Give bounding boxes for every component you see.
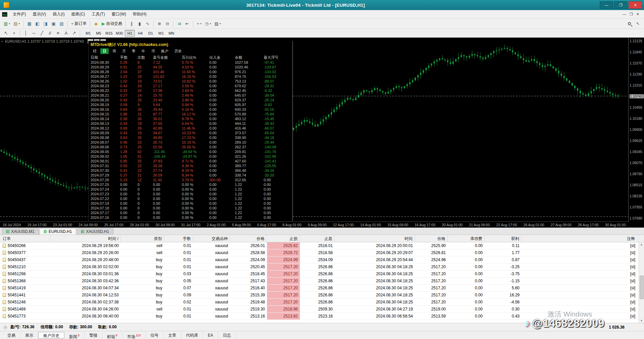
- stats-tab-6[interactable]: 币: [149, 48, 157, 54]
- table-row[interactable]: 504504372024.08.29 20:48:00buy0.01xauusd…: [0, 256, 639, 263]
- chart-area[interactable]: ▾ EURUSD,H1 1.10737 1.10719 1.10719 1.10…: [0, 38, 644, 228]
- stats-tab-0[interactable]: 经: [91, 48, 99, 54]
- table-row[interactable]: 504512482024.08.30 02:37:38buy0.02xauusd…: [0, 299, 639, 306]
- bar-chart-mode-button[interactable]: ∥: [127, 20, 136, 28]
- timeframe-w1-button[interactable]: W1: [156, 30, 166, 37]
- chart-restore-button[interactable]: ❐: [630, 12, 633, 16]
- terminal-column-3[interactable]: 手数: [164, 235, 193, 242]
- candle-mode-button[interactable]: ▮: [136, 20, 144, 28]
- timeframe-d1-button[interactable]: D1: [146, 30, 156, 37]
- chart-close-button[interactable]: ✕: [636, 12, 639, 16]
- stats-tab-5[interactable]: 年: [139, 48, 148, 54]
- chart-tab-2[interactable]: XAUUSD,H1: [77, 228, 113, 235]
- terminal-tab-1[interactable]: 展示: [20, 332, 38, 339]
- menu-item-6[interactable]: 帮助(H): [129, 10, 150, 18]
- terminal-column-2[interactable]: 类型: [121, 235, 164, 242]
- terminal-tab-4[interactable]: 警报: [85, 332, 102, 339]
- arrows-button[interactable]: ↗: [70, 29, 78, 37]
- stats-tab-1[interactable]: 日: [100, 48, 109, 54]
- stats-tab-4[interactable]: 季: [129, 48, 138, 54]
- maximize-button[interactable]: ❐: [614, 1, 628, 9]
- menu-item-3[interactable]: 图表(C): [68, 10, 89, 18]
- terminal-column-10[interactable]: 库存费: [448, 235, 485, 242]
- profiles-button[interactable]: ▤▾: [12, 20, 21, 28]
- timeframe-m5-button[interactable]: M5: [94, 30, 104, 37]
- terminal-tab-7[interactable]: 信号: [146, 332, 163, 339]
- terminal-column-8[interactable]: 时间: [335, 235, 415, 242]
- new-chart-button[interactable]: ▥▾: [2, 20, 12, 28]
- menu-item-1[interactable]: 显示(V): [29, 10, 49, 18]
- menu-item-2[interactable]: 插入(I): [49, 10, 68, 18]
- new-order-button[interactable]: +新订单: [69, 20, 89, 28]
- table-row[interactable]: 504517732024.08.30 06:40:00buy0.01xauusd…: [0, 313, 639, 320]
- terminal-tab-0[interactable]: 交易: [3, 332, 20, 339]
- terminal-column-6[interactable]: 止损: [267, 235, 300, 242]
- search-button[interactable]: [626, 20, 634, 28]
- vertical-line-button[interactable]: │: [22, 29, 30, 37]
- stats-tab-7[interactable]: 账户: [159, 48, 171, 54]
- terminal-scrollbar[interactable]: ▲ ▼: [639, 242, 644, 323]
- chart-menu-icon[interactable]: ▾: [1, 40, 3, 43]
- terminal-tab-6[interactable]: 市场113: [122, 332, 146, 339]
- stats-tab-2[interactable]: 周: [110, 48, 118, 54]
- timeframe-m30-button[interactable]: M30: [114, 30, 124, 37]
- text-button[interactable]: A: [62, 29, 70, 37]
- menu-item-0[interactable]: 文件(F): [9, 10, 29, 18]
- terminal-column-9[interactable]: 价格: [415, 235, 448, 242]
- chart-minimize-button[interactable]: —: [623, 12, 626, 16]
- scrollbar-thumb[interactable]: [640, 276, 644, 299]
- terminal-tab-9[interactable]: 代码库: [181, 332, 203, 339]
- timeframe-h1-button[interactable]: H1: [125, 30, 135, 37]
- terminal-tab-11[interactable]: 日志: [218, 332, 236, 339]
- menu-item-5[interactable]: 窗口(W): [108, 10, 129, 18]
- table-row[interactable]: 504502662024.08.29 19:56:00sell0.01xauus…: [0, 242, 639, 249]
- terminal-tab-2[interactable]: 账户历史: [38, 332, 64, 339]
- chart-system-icon[interactable]: [2, 12, 7, 17]
- pointer-button[interactable]: ↖: [634, 20, 642, 28]
- table-row[interactable]: 504512102024.08.30 02:02:00buy0.01xauusd…: [0, 263, 639, 271]
- cursor-button[interactable]: ↖: [2, 29, 10, 37]
- stats-tab-8[interactable]: 历史: [172, 48, 184, 54]
- terminal-column-7[interactable]: 止盈: [300, 235, 335, 242]
- horizontal-line-button[interactable]: ─: [30, 29, 38, 37]
- timeframe-m15-button[interactable]: M15: [104, 30, 114, 37]
- navigator-button[interactable]: ◨: [42, 20, 50, 28]
- menu-item-4[interactable]: 工具(T): [88, 10, 108, 18]
- templates-button[interactable]: ▨▾: [213, 20, 222, 28]
- zoom-out-button[interactable]: ⊖: [163, 20, 171, 28]
- terminal-column-1[interactable]: 时间 /: [50, 235, 121, 242]
- terminal-tab-10[interactable]: EA: [203, 332, 218, 339]
- terminal-column-12[interactable]: 注释: [522, 235, 639, 242]
- strategy-tester-button[interactable]: ▧: [58, 20, 66, 28]
- auto-scroll-button[interactable]: ⇉: [175, 20, 183, 28]
- scroll-up-icon[interactable]: ▲: [640, 243, 643, 246]
- indicators-button[interactable]: +▾: [195, 20, 203, 28]
- table-row[interactable]: 504513682024.08.30 03:42:36buy0.05xauusd…: [0, 278, 639, 285]
- terminal-column-11[interactable]: 获利: [485, 235, 522, 242]
- table-row[interactable]: 504514412024.08.30 04:12:53buy0.09xauusd…: [0, 292, 639, 299]
- autotrading-button[interactable]: ▶自动交易: [100, 20, 124, 28]
- minimize-button[interactable]: —: [600, 1, 613, 9]
- terminal-column-5[interactable]: 价格: [230, 235, 267, 242]
- terminal-button[interactable]: ▣: [50, 20, 58, 28]
- crosshair-button[interactable]: +: [10, 29, 18, 37]
- chart-shift-button[interactable]: ⇤: [183, 20, 191, 28]
- metaeditor-button[interactable]: ◆: [92, 20, 100, 28]
- scroll-down-icon[interactable]: ▼: [640, 319, 643, 322]
- zoom-in-button[interactable]: ⊕: [155, 20, 163, 28]
- table-row[interactable]: 504512982024.08.30 03:01:36buy0.03xauusd…: [0, 271, 639, 278]
- data-window-button[interactable]: ◧: [34, 20, 42, 28]
- timeframe-h4-button[interactable]: H4: [135, 30, 145, 37]
- chart-tab-0[interactable]: XAUUSD,M1: [2, 228, 39, 235]
- table-row[interactable]: 504514192024.08.30 04:07:34buy0.07xauusd…: [0, 285, 639, 292]
- terminal-tab-5[interactable]: 邮箱8: [102, 332, 122, 339]
- terminal-tab-3[interactable]: 新闻5: [64, 332, 85, 339]
- channel-button[interactable]: //: [46, 29, 54, 37]
- fibonacci-button[interactable]: ≡: [54, 29, 62, 37]
- terminal-tab-8[interactable]: 文章: [163, 332, 181, 339]
- table-row[interactable]: 504514692024.08.30 04:26:00sell0.01xauus…: [0, 306, 639, 313]
- trendline-button[interactable]: ╱: [38, 29, 46, 37]
- chart-tab-1[interactable]: EURUSD,H1: [40, 228, 76, 235]
- market-watch-button[interactable]: ▦: [25, 20, 34, 28]
- terminal-column-4[interactable]: 交易品种: [193, 235, 230, 242]
